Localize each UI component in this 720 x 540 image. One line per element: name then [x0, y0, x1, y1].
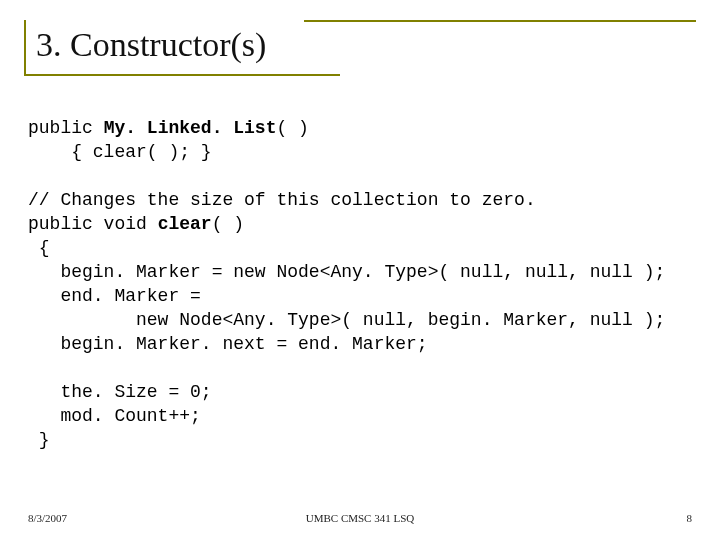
code-line: mod. Count++; — [28, 406, 201, 426]
code-block: public My. Linked. List( ) { clear( ); }… — [28, 116, 692, 452]
title-border-top — [304, 20, 696, 22]
page-title: 3. Constructor(s) — [32, 26, 696, 64]
code-line: the. Size = 0; — [28, 382, 212, 402]
code-bold: My. Linked. List — [104, 118, 277, 138]
footer-center: UMBC CMSC 341 LSQ — [28, 512, 692, 524]
code-line: end. Marker = — [28, 286, 201, 306]
code-line: // Changes the size of this collection t… — [28, 190, 536, 210]
title-border-left — [24, 20, 26, 76]
code-line: new Node<Any. Type>( null, begin. Marker… — [28, 310, 665, 330]
title-region: 3. Constructor(s) — [24, 20, 696, 72]
code-line: ( ) — [276, 118, 308, 138]
code-line: { — [28, 238, 50, 258]
code-line: begin. Marker. next = end. Marker; — [28, 334, 428, 354]
code-line: ( ) — [212, 214, 244, 234]
code-line: begin. Marker = new Node<Any. Type>( nul… — [28, 262, 665, 282]
code-line: { clear( ); } — [28, 142, 212, 162]
slide: 3. Constructor(s) public My. Linked. Lis… — [0, 0, 720, 540]
footer-date: 8/3/2007 — [28, 512, 67, 524]
code-line: public — [28, 118, 104, 138]
footer-page-number: 8 — [687, 512, 693, 524]
footer: 8/3/2007 UMBC CMSC 341 LSQ 8 — [28, 512, 692, 524]
code-line: public void — [28, 214, 158, 234]
code-bold: clear — [158, 214, 212, 234]
code-line: } — [28, 430, 50, 450]
title-border-bottom — [24, 74, 340, 76]
content-body: public My. Linked. List( ) { clear( ); }… — [28, 116, 692, 492]
